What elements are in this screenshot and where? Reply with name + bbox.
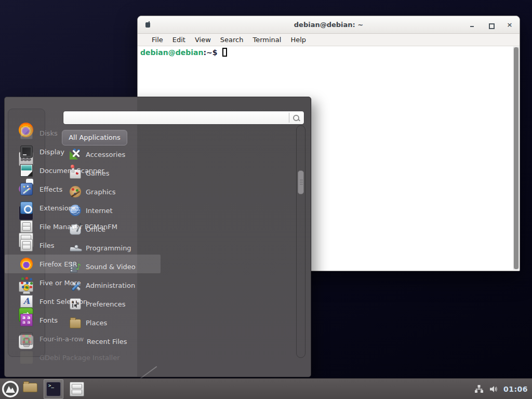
- search-icon: [291, 113, 301, 123]
- application-label: Fonts: [39, 316, 58, 324]
- application-menu: debian All Applications Accessories Game…: [4, 97, 311, 377]
- application-label: Firefox ESR: [39, 260, 77, 268]
- menu-search-box[interactable]: [63, 111, 304, 125]
- application-label: Extensions: [39, 204, 76, 212]
- start-menu-button[interactable]: [1, 380, 20, 398]
- volume-icon[interactable]: [489, 384, 498, 394]
- application-label: Display: [39, 148, 64, 156]
- application-label: Effects: [39, 185, 62, 193]
- applications-pane: [137, 97, 312, 377]
- terminal-cursor: [222, 48, 227, 57]
- application-list: Disks Display Document Scanner Effects E…: [5, 124, 161, 367]
- application-label: Disks: [39, 129, 58, 137]
- disks-icon: [20, 127, 33, 139]
- prompt-user: debian@debian: [140, 48, 204, 57]
- files-launcher[interactable]: [70, 382, 84, 398]
- terminal-scrollbar-thumb[interactable]: [514, 47, 518, 269]
- fonts-icon: [20, 314, 33, 326]
- file-cabinet-icon: [20, 239, 33, 251]
- terminal-scrollbar[interactable]: [513, 47, 519, 270]
- terminal-title: debian@debian: ~: [138, 16, 520, 34]
- five-or-more-icon: [20, 276, 33, 289]
- gdebi-icon: [20, 351, 33, 364]
- search-input[interactable]: [63, 113, 289, 123]
- application-item[interactable]: Four-in-a-row: [5, 329, 161, 348]
- taskbar: 01:06: [0, 378, 532, 399]
- terminal-titlebar[interactable]: debian@debian: ~ ×: [138, 16, 520, 34]
- application-label: Document Scanner: [39, 167, 104, 175]
- application-label: Files: [39, 242, 55, 249]
- terminal-menu-item[interactable]: Edit: [168, 35, 190, 45]
- maximize-button[interactable]: [487, 21, 495, 29]
- prompt-suffix: :~$: [204, 48, 218, 57]
- four-in-a-row-icon: [20, 332, 33, 345]
- system-tray: 01:06: [474, 379, 528, 399]
- application-item[interactable]: Effects: [5, 180, 161, 198]
- terminal-menu-item[interactable]: Search: [216, 35, 248, 45]
- application-item[interactable]: Document Scanner: [5, 161, 161, 180]
- application-item[interactable]: Five or More: [5, 273, 161, 292]
- network-icon[interactable]: [474, 384, 484, 394]
- application-item[interactable]: Fonts: [5, 311, 161, 329]
- display-icon: [20, 145, 33, 158]
- start-logo-icon: [1, 380, 20, 398]
- extensions-icon: [20, 202, 33, 214]
- application-label: GDebi Package Installer: [39, 354, 120, 362]
- application-label: Font Selection: [39, 298, 87, 305]
- clock[interactable]: 01:06: [503, 385, 528, 393]
- desktop: debian@debian: ~ × FileEditViewSearchTer…: [0, 0, 532, 399]
- application-item[interactable]: Display: [5, 142, 161, 161]
- application-label: File Manager PCManFM: [39, 223, 117, 231]
- terminal-prompt: debian@debian:~$: [140, 48, 227, 57]
- terminal-menu-item[interactable]: View: [190, 35, 216, 45]
- files-icon: [70, 382, 84, 396]
- application-item[interactable]: Firefox ESR: [5, 255, 161, 273]
- application-item[interactable]: File Manager PCManFM: [5, 217, 161, 236]
- application-item[interactable]: GDebi Package Installer: [5, 348, 161, 367]
- application-label: Four-in-a-row: [39, 335, 84, 343]
- terminal-icon: [46, 382, 61, 396]
- menu-scrollbar-thumb[interactable]: [298, 170, 304, 194]
- application-item[interactable]: Files: [5, 236, 161, 255]
- application-item[interactable]: Disks: [5, 124, 161, 142]
- scanner-icon: [20, 164, 33, 177]
- file-manager-launcher[interactable]: [23, 382, 37, 393]
- terminal-menubar: FileEditViewSearchTerminalHelp: [138, 34, 520, 46]
- menu-scrollbar-track[interactable]: [296, 125, 305, 358]
- firefox-icon: [20, 258, 33, 270]
- application-label: Five or More: [39, 279, 81, 287]
- effects-icon: [20, 183, 33, 195]
- close-button[interactable]: ×: [506, 21, 513, 29]
- terminal-menu-item[interactable]: Terminal: [248, 35, 286, 45]
- terminal-menu-item[interactable]: File: [147, 35, 168, 45]
- file-cabinet-icon: [20, 220, 33, 233]
- application-item[interactable]: Extensions: [5, 198, 161, 217]
- minimize-button[interactable]: [469, 21, 476, 29]
- application-item[interactable]: Font Selection: [5, 292, 161, 311]
- font-selection-icon: [20, 295, 33, 308]
- file-manager-icon: [23, 383, 37, 392]
- terminal-menu-item[interactable]: Help: [286, 35, 311, 45]
- terminal-taskbar-active[interactable]: [44, 379, 63, 399]
